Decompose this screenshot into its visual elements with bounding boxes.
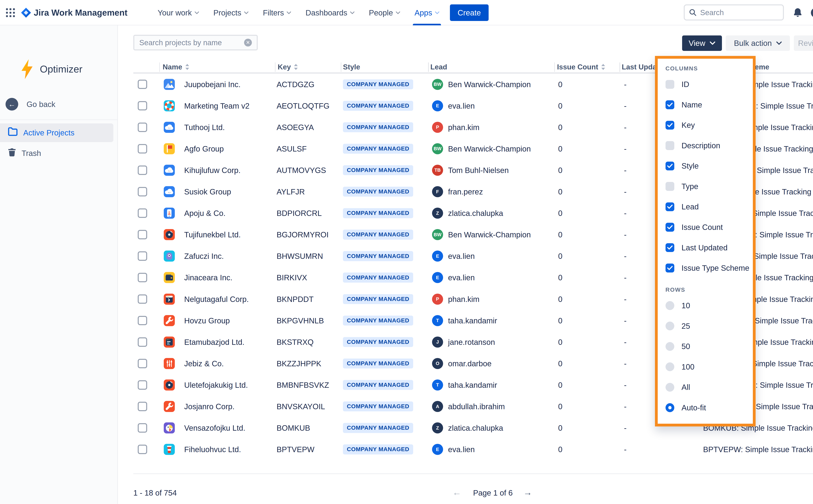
checkbox-icon[interactable]	[666, 141, 674, 150]
project-key: BKZZJHPPK	[277, 359, 321, 368]
rows-option-all[interactable]: All	[658, 377, 753, 398]
style-badge: COMPANY MANAGED	[343, 401, 413, 411]
project-name[interactable]: Fiheluohvuc Ltd.	[184, 445, 241, 454]
column-toggle-last-updated[interactable]: Last Updated	[658, 237, 753, 258]
lead-name: omar.darboe	[448, 359, 492, 368]
checkbox-icon[interactable]	[666, 162, 674, 170]
row-checkbox[interactable]	[138, 445, 147, 454]
row-checkbox[interactable]	[138, 380, 147, 390]
column-header-issue-count[interactable]: Issue Count	[557, 62, 605, 72]
row-checkbox[interactable]	[138, 101, 147, 111]
sidebar-item-active-projects[interactable]: Active Projects	[0, 123, 113, 142]
style-badge: COMPANY MANAGED	[343, 230, 413, 240]
checkbox-icon[interactable]	[666, 243, 674, 252]
column-toggle-style[interactable]: Style	[658, 156, 753, 176]
column-toggle-issue-type-scheme[interactable]: Issue Type Scheme	[658, 258, 753, 278]
row-checkbox[interactable]	[138, 273, 147, 282]
row-checkbox[interactable]	[138, 294, 147, 304]
column-header-key[interactable]: Key	[278, 62, 298, 72]
app-switcher-icon[interactable]	[6, 8, 15, 17]
prev-page-arrow-icon[interactable]: ←	[453, 487, 461, 497]
radio-icon[interactable]	[666, 403, 674, 412]
row-checkbox[interactable]	[138, 337, 147, 347]
rows-option-auto-fit[interactable]: Auto-fit	[658, 398, 753, 418]
project-name[interactable]: Uletefojakukig Ltd.	[184, 380, 248, 389]
column-toggle-id[interactable]: ID	[658, 74, 753, 95]
next-page-arrow-icon[interactable]: →	[523, 487, 532, 497]
sidebar-item-trash[interactable]: Trash	[0, 144, 113, 163]
project-name[interactable]: Agfo Group	[184, 144, 224, 153]
project-key: ASOEGYA	[277, 123, 314, 132]
column-toggle-name[interactable]: Name	[658, 95, 753, 115]
checkbox-icon[interactable]	[666, 100, 674, 109]
row-checkbox[interactable]	[138, 230, 147, 239]
project-name[interactable]: Juupobejani Inc.	[184, 80, 241, 89]
row-checkbox[interactable]	[138, 251, 147, 261]
table-row[interactable]: Fiheluohvuc Ltd.BPTVEPWCOMPANY MANAGEDEe…	[118, 439, 813, 460]
nav-item-projects[interactable]: Projects	[206, 0, 256, 25]
project-name[interactable]: Jebiz & Co.	[184, 359, 224, 368]
project-name[interactable]: Apoju & Co.	[184, 209, 226, 218]
project-name[interactable]: Vensazofojku Ltd.	[184, 424, 245, 432]
radio-icon[interactable]	[666, 383, 674, 392]
nav-item-apps[interactable]: Apps	[407, 0, 446, 25]
row-checkbox[interactable]	[138, 359, 147, 368]
project-name[interactable]: Tujifunekbel Ltd.	[184, 230, 241, 239]
nav-item-your-work[interactable]: Your work	[150, 0, 206, 25]
notifications-bell-icon[interactable]	[792, 7, 803, 18]
checkbox-icon[interactable]	[666, 202, 674, 211]
view-button[interactable]: View	[682, 35, 722, 51]
create-button[interactable]: Create	[450, 4, 489, 21]
rows-option-25[interactable]: 25	[658, 316, 753, 336]
rows-option-100[interactable]: 100	[658, 357, 753, 377]
row-checkbox[interactable]	[138, 144, 147, 153]
row-checkbox[interactable]	[138, 423, 147, 433]
column-toggle-issue-count[interactable]: Issue Count	[658, 217, 753, 238]
project-name[interactable]: Marketing Team v2	[184, 101, 249, 110]
bulk-action-button[interactable]: Bulk action	[726, 35, 790, 51]
project-name[interactable]: Tuthooj Ltd.	[184, 123, 225, 132]
project-search-input[interactable]: Search projects by name ✕	[133, 35, 258, 50]
project-name[interactable]: Jinaceara Inc.	[184, 273, 232, 282]
go-back-button[interactable]: ← Go back	[6, 98, 55, 111]
radio-icon[interactable]	[666, 362, 674, 371]
nav-item-people[interactable]: People	[362, 0, 407, 25]
row-checkbox[interactable]	[138, 316, 147, 325]
nav-item-filters[interactable]: Filters	[256, 0, 298, 25]
clear-search-icon[interactable]: ✕	[244, 39, 252, 46]
project-name[interactable]: Hovzu Group	[184, 316, 230, 325]
column-toggle-key[interactable]: Key	[658, 115, 753, 135]
rows-option-10[interactable]: 10	[658, 295, 753, 316]
project-name[interactable]: Susiok Group	[184, 187, 231, 196]
rows-option-50[interactable]: 50	[658, 336, 753, 357]
review-changes-button[interactable]: Review changes	[794, 35, 813, 51]
help-icon[interactable]: ?	[811, 8, 813, 19]
row-checkbox[interactable]	[138, 80, 147, 89]
row-checkbox[interactable]	[138, 208, 147, 218]
checkbox-icon[interactable]	[666, 264, 674, 272]
project-name[interactable]: Zafuczi Inc.	[184, 252, 224, 261]
checkbox-icon[interactable]	[666, 223, 674, 232]
row-checkbox[interactable]	[138, 187, 147, 196]
row-checkbox[interactable]	[138, 166, 147, 175]
column-toggle-lead[interactable]: Lead	[658, 197, 753, 217]
row-checkbox[interactable]	[138, 402, 147, 411]
project-name[interactable]: Nelgutagaful Corp.	[184, 295, 249, 304]
project-name[interactable]: Josjanro Corp.	[184, 402, 235, 411]
checkbox-icon[interactable]	[666, 121, 674, 130]
project-key: AEOTLOQTFG	[277, 101, 329, 110]
row-checkbox[interactable]	[138, 123, 147, 132]
radio-icon[interactable]	[666, 301, 674, 310]
column-toggle-type[interactable]: Type	[658, 176, 753, 197]
column-toggle-description[interactable]: Description	[658, 135, 753, 156]
global-search-input[interactable]: Search	[684, 4, 784, 20]
checkbox-icon[interactable]	[666, 182, 674, 191]
radio-icon[interactable]	[666, 322, 674, 330]
project-name[interactable]: Etamubazjod Ltd.	[184, 338, 245, 346]
checkbox-icon[interactable]	[666, 80, 674, 89]
project-name[interactable]: Kihujlufuw Corp.	[184, 166, 241, 175]
last-updated: -	[624, 295, 626, 304]
nav-item-dashboards[interactable]: Dashboards	[298, 0, 362, 25]
radio-icon[interactable]	[666, 342, 674, 351]
column-header-name[interactable]: Name	[163, 62, 189, 72]
